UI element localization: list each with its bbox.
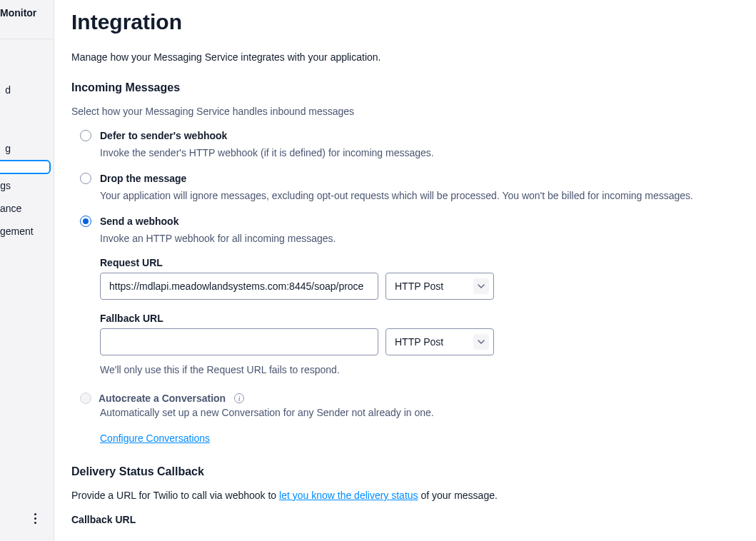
radio-drop-desc: Your application will ignore messages, e… — [80, 190, 739, 201]
main-content: Integration Manage how your Messaging Se… — [54, 0, 756, 525]
sidebar: Monitor d g gs ance gement t — [0, 0, 54, 541]
radio-autocreate — [80, 393, 91, 404]
sidebar-item-1[interactable]: g — [0, 137, 54, 160]
request-method-value: HTTP Post — [395, 280, 443, 292]
chevron-down-icon — [473, 334, 489, 350]
delivery-heading: Delivery Status Callback — [71, 465, 739, 478]
radio-webhook-label: Send a webhook — [100, 216, 178, 227]
radio-defer-desc: Invoke the sender's HTTP webhook (if it … — [80, 147, 739, 158]
sidebar-item-selected[interactable] — [0, 160, 51, 174]
fallback-method-select[interactable]: HTTP Post — [385, 328, 494, 355]
incoming-radio-group: Defer to sender's webhook Invoke the sen… — [71, 130, 739, 375]
radio-drop-label: Drop the message — [100, 173, 186, 184]
delivery-status-link[interactable]: let you know the delivery status — [279, 490, 418, 501]
sidebar-tab-monitor[interactable]: Monitor — [0, 0, 54, 39]
info-icon[interactable]: i — [234, 393, 244, 403]
sidebar-item-5[interactable]: gement — [0, 220, 54, 243]
sidebar-item-0[interactable]: d — [0, 79, 54, 101]
chevron-down-icon — [473, 278, 489, 294]
page-subtitle: Manage how your Messaging Service integr… — [71, 51, 739, 63]
delivery-desc: Provide a URL for Twilio to call via web… — [71, 490, 739, 501]
sidebar-item-4[interactable]: ance — [0, 197, 54, 220]
request-url-label: Request URL — [100, 257, 739, 268]
fallback-url-input[interactable] — [100, 328, 378, 355]
fallback-note: We'll only use this if the Request URL f… — [80, 364, 739, 375]
radio-option-defer: Defer to sender's webhook Invoke the sen… — [80, 130, 739, 158]
radio-webhook-desc: Invoke an HTTP webhook for all incoming … — [80, 233, 739, 244]
fallback-url-label: Fallback URL — [100, 313, 739, 324]
request-url-input[interactable] — [100, 273, 378, 300]
incoming-desc: Select how your Messaging Service handle… — [71, 106, 739, 117]
page-title: Integration — [71, 10, 739, 34]
webhook-form: Request URL HTTP Post Fallback URL HTTP … — [80, 257, 739, 355]
kebab-menu-icon[interactable] — [26, 510, 44, 527]
callback-url-label: Callback URL — [71, 514, 739, 525]
sidebar-nav: d g gs ance gement — [0, 39, 54, 243]
radio-webhook[interactable] — [80, 216, 91, 227]
radio-defer-label: Defer to sender's webhook — [100, 130, 227, 141]
radio-option-webhook: Send a webhook Invoke an HTTP webhook fo… — [80, 216, 739, 375]
autocreate-desc: Automatically set up a new Conversation … — [71, 407, 739, 418]
configure-conversations-link[interactable]: Configure Conversations — [100, 433, 210, 444]
autocreate-label: Autocreate a Conversation — [99, 393, 226, 404]
autocreate-row: Autocreate a Conversation i — [71, 393, 739, 404]
radio-drop[interactable] — [80, 173, 91, 184]
fallback-method-value: HTTP Post — [395, 336, 443, 348]
radio-defer[interactable] — [80, 130, 91, 141]
radio-option-drop: Drop the message Your application will i… — [80, 173, 739, 201]
sidebar-item-3[interactable]: gs — [0, 174, 54, 197]
request-method-select[interactable]: HTTP Post — [385, 273, 494, 300]
incoming-heading: Incoming Messages — [71, 81, 739, 94]
